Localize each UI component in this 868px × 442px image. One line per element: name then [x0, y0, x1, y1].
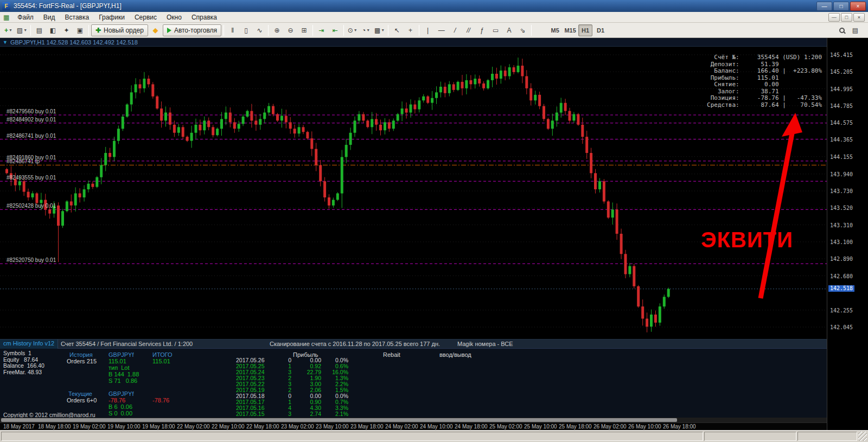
fibonacci-button[interactable]: ƒ	[476, 24, 488, 36]
stat-line: Symbols 1	[3, 350, 44, 357]
app-icon: F	[2, 2, 10, 10]
menu-графики[interactable]: Графики	[94, 12, 130, 22]
time-label: 24 May 02:00	[385, 424, 418, 430]
stat-line: FreeMar. 48.93	[3, 369, 44, 376]
menu-сервис[interactable]: Сервис	[130, 12, 162, 22]
price-label: 143.730	[830, 188, 853, 194]
timeframe-m5-button[interactable]: M5	[548, 24, 562, 36]
terminal-button[interactable]: ▣	[74, 24, 86, 36]
time-label: 23 May 10:00	[316, 424, 349, 430]
scan-range-text: Сканирование счета с 2016.11.28 по 2017.…	[270, 341, 440, 347]
daily-date: 2017.05.15	[236, 411, 270, 417]
daily-profit: 2.74	[291, 411, 321, 417]
history-buy-line: B 144 1.88	[108, 371, 139, 377]
navigator-button[interactable]: ✦	[60, 24, 73, 36]
horizontal-scrollbar[interactable]	[0, 418, 827, 422]
new-chart-button[interactable]: +▼	[2, 24, 15, 36]
market-watch-button[interactable]: ▤	[33, 24, 46, 36]
candlestick-chart-button[interactable]: ▯	[240, 24, 252, 36]
time-label: 22 May 10:00	[212, 424, 245, 430]
menu-справка[interactable]: Справка	[187, 12, 222, 22]
copyright-text: Copyright © 2012 cmillion@narod.ru	[3, 412, 95, 418]
zoom-out-button[interactable]: ⊖	[284, 24, 297, 36]
one-click-trading-icon[interactable]: ▼	[3, 40, 8, 45]
menu-bar: ▦ ФайлВидВставкаГрафикиСервисОкноСправка…	[0, 12, 868, 23]
vertical-line-button[interactable]: |	[422, 24, 434, 36]
account-info-line: Позиция: -78.76 | -47.33%	[703, 95, 822, 102]
data-window-button[interactable]: ◧	[47, 24, 59, 36]
order-label[interactable]: #82486741 tp	[7, 158, 40, 164]
templates-button[interactable]: ▩▼	[373, 24, 386, 36]
history-panel-header: cm History Info v12 Счет 355454 / Fort F…	[0, 339, 827, 349]
minimize-button[interactable]: —	[816, 2, 832, 11]
crosshair-button[interactable]: +	[404, 24, 417, 36]
tile-windows-button[interactable]: ⊞	[298, 24, 310, 36]
status-cell-main	[1, 432, 703, 441]
order-label[interactable]: #82520750 buy 0.01	[7, 257, 56, 263]
cursor-button[interactable]: ↖	[391, 24, 403, 36]
bar-chart-button[interactable]: ǁ	[226, 24, 239, 36]
time-axis[interactable]: 18 May 201718 May 18:0019 May 02:0019 Ma…	[0, 422, 827, 430]
new-order-icon: ✚	[95, 27, 101, 34]
order-label[interactable]: #82484902 buy 0.01	[7, 117, 56, 123]
channel-button[interactable]: //	[462, 24, 475, 36]
mdi-minimize-button[interactable]: —	[828, 13, 840, 22]
shapes-button[interactable]: ▭	[489, 24, 502, 36]
time-label: 26 May 18:00	[663, 424, 696, 430]
autotrading-button[interactable]: Авто-торговля	[163, 24, 221, 36]
scrollbar-handle[interactable]	[1, 418, 677, 422]
new-order-button[interactable]: ✚ Новый ордер	[91, 24, 148, 36]
chart-mdi-icon: ▦	[3, 14, 9, 21]
trendline-button[interactable]: /	[449, 24, 461, 36]
mdi-close-button[interactable]: ×	[853, 13, 865, 22]
arrows-button[interactable]: ⇘	[516, 24, 529, 36]
periods-button[interactable]: ◔▼	[360, 24, 372, 36]
titlebar[interactable]: F 355454: FortFS-Real - [GBPJPYf,H1] — □…	[0, 0, 868, 12]
time-label: 23 May 02:00	[281, 424, 314, 430]
order-label[interactable]: #82502428 buy 0.01	[7, 203, 56, 209]
time-label: 25 May 18:00	[559, 424, 592, 430]
price-label: 145.205	[830, 69, 853, 75]
timeframe-m15-button[interactable]: M15	[563, 24, 577, 36]
indicators-button[interactable]: ⊙▼	[346, 24, 359, 36]
symbol-info-strip: ▼ GBPJPYf,H1 142.528 142.603 142.492 142…	[0, 38, 827, 47]
print-button[interactable]: ▤	[849, 24, 861, 36]
line-chart-button[interactable]: ∿	[253, 24, 266, 36]
status-cell-connection	[797, 432, 857, 441]
toolbar: +▼ ▧▼ ▤ ◧ ✦ ▣ ✚ Новый ордер ◆ Авто-торго…	[0, 23, 868, 38]
profiles-button[interactable]: ▧▼	[16, 24, 28, 36]
account-info-line: Счёт №: 355454 (USD) 1:200	[703, 54, 822, 61]
status-cell-secondary	[704, 432, 796, 441]
current-price-tag: 142.518	[828, 285, 854, 292]
total-header: ИТОГО	[152, 351, 173, 358]
order-label[interactable]: #82493555 buy 0.01	[7, 175, 56, 181]
chart-shift-button[interactable]: ⇤	[329, 24, 341, 36]
menu-файл[interactable]: Файл	[12, 12, 39, 22]
price-label: 144.575	[830, 120, 853, 126]
history-sell-line: S 71 0.86	[108, 377, 137, 384]
maximize-button[interactable]: □	[833, 2, 849, 11]
close-button[interactable]: ×	[850, 2, 866, 11]
symbol-search-button[interactable]	[835, 24, 848, 36]
chart-canvas[interactable]: ▼ GBPJPYf,H1 142.528 142.603 142.492 142…	[0, 38, 827, 430]
timeframe-d1-button[interactable]: D1	[593, 24, 608, 36]
resize-grip-icon[interactable]	[858, 432, 867, 441]
horizontal-line-button[interactable]: —	[435, 24, 448, 36]
time-label: 19 May 02:00	[73, 424, 106, 430]
daily-row: 2017.05.1532.742.1%	[236, 411, 348, 417]
price-label: 142.045	[830, 324, 853, 330]
current-sell-line: S 0 0.00	[108, 410, 132, 417]
menu-вид[interactable]: Вид	[39, 12, 60, 22]
mdi-restore-button[interactable]: □	[841, 13, 852, 22]
menu-вставка[interactable]: Вставка	[60, 12, 94, 22]
history-symbol: GBPJPYf	[108, 351, 133, 358]
timeframe-h1-button[interactable]: H1	[578, 24, 592, 36]
text-label-button[interactable]: A	[503, 24, 515, 36]
auto-scroll-button[interactable]: ⇥	[315, 24, 328, 36]
zoom-in-button[interactable]: ⊕	[271, 24, 283, 36]
order-label[interactable]: #82479560 buy 0.01	[7, 108, 56, 114]
menu-окно[interactable]: Окно	[162, 12, 187, 22]
price-axis[interactable]: 145.415145.205144.995144.785144.575144.3…	[827, 38, 868, 430]
order-label[interactable]: #82486741 buy 0.01	[7, 133, 56, 139]
metaeditor-button[interactable]: ◆	[149, 24, 162, 36]
